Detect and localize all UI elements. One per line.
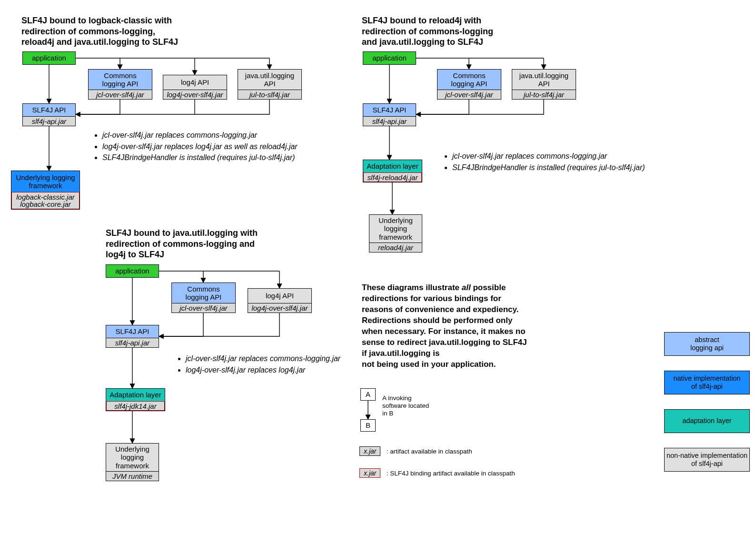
legend-native: native implementation of slf4j-api <box>664 371 750 394</box>
legend-nonnative: non-native implementation of slf4j-api <box>664 448 750 472</box>
legend-bjar-row: x.jar : SLF4J binding artifact available… <box>359 468 515 478</box>
d3-notes: jcl-over-slf4j.jar replaces commons-logg… <box>443 151 756 173</box>
legend-jar-row: x.jar : artifact available in classpath <box>359 446 472 456</box>
legend-adapt: adaptation layer <box>664 409 750 433</box>
legend-AB-text: A invoking software located in B <box>382 394 458 418</box>
legend-abstract: abstract logging api <box>664 332 750 356</box>
